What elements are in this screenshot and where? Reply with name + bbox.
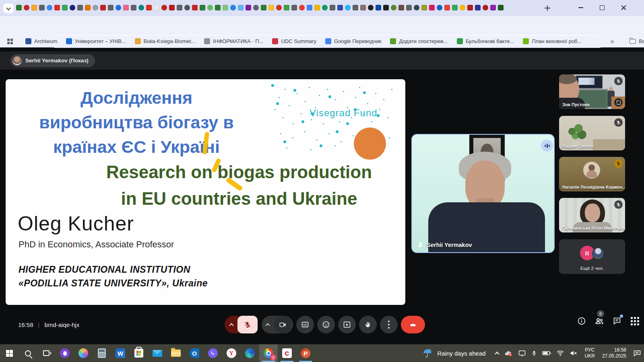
taskbar-edge-button[interactable] bbox=[241, 344, 259, 362]
present-button[interactable] bbox=[338, 316, 356, 333]
camera-options-button[interactable] bbox=[262, 322, 274, 327]
bookmark-item[interactable]: UDC Summary bbox=[272, 38, 316, 44]
tab-favicon[interactable] bbox=[444, 5, 450, 10]
tab-favicon[interactable] bbox=[131, 5, 136, 10]
bookmarks-overflow-button[interactable]: » bbox=[610, 38, 614, 45]
taskbar-word-button[interactable]: W bbox=[111, 344, 130, 362]
taskbar-calculator-button[interactable] bbox=[93, 344, 111, 362]
tab-favicon[interactable] bbox=[322, 5, 328, 10]
wifi-icon[interactable] bbox=[556, 350, 564, 356]
tab-favicon[interactable] bbox=[360, 5, 366, 10]
tab-favicon[interactable] bbox=[345, 5, 351, 10]
tray-expand-icon[interactable] bbox=[495, 352, 499, 356]
taskbar-search-button[interactable] bbox=[19, 344, 37, 362]
taskbar-outlook-button[interactable]: O bbox=[185, 344, 204, 362]
tab-favicon[interactable] bbox=[452, 5, 458, 10]
taskbar-viber-button[interactable] bbox=[204, 344, 222, 362]
tab-favicon[interactable] bbox=[169, 5, 175, 10]
tab-favicon[interactable] bbox=[116, 5, 121, 10]
meeting-details-button[interactable] bbox=[576, 316, 587, 326]
tab-favicon[interactable] bbox=[475, 5, 481, 10]
tab-favicon[interactable] bbox=[31, 5, 37, 10]
tab-favicon[interactable] bbox=[406, 5, 412, 10]
tab-favicon[interactable] bbox=[383, 5, 389, 10]
chat-panel-button[interactable] bbox=[612, 316, 622, 326]
bookmark-item[interactable]: План виховної роб... bbox=[523, 38, 582, 44]
task-view-button[interactable] bbox=[37, 344, 56, 362]
tab-favicon[interactable] bbox=[177, 5, 182, 10]
tab-favicon[interactable] bbox=[108, 5, 114, 10]
taskbar-powerpoint-button[interactable]: P bbox=[296, 344, 315, 362]
tab-favicon[interactable] bbox=[368, 5, 374, 10]
tray-mic-icon[interactable] bbox=[531, 350, 537, 357]
tab-favicon[interactable] bbox=[54, 5, 60, 10]
bookmark-item[interactable]: Google Переводчик bbox=[325, 38, 382, 44]
tab-favicon[interactable] bbox=[39, 5, 45, 10]
participant-tile[interactable]: Наталія Леонідівна Коржен... bbox=[559, 157, 625, 191]
tab-favicon[interactable] bbox=[490, 5, 496, 10]
crop-icon[interactable] bbox=[614, 98, 623, 107]
tab-search-button[interactable] bbox=[3, 4, 14, 13]
language-indicator[interactable]: РУС UKR bbox=[582, 347, 598, 359]
all-bookmarks-button[interactable]: Все закладки bbox=[630, 38, 644, 44]
raise-hand-button[interactable] bbox=[359, 316, 377, 333]
tab-favicon[interactable] bbox=[483, 5, 488, 10]
taskbar-clock[interactable]: 16:58 27.05.2025 bbox=[598, 347, 630, 359]
tab-favicon[interactable] bbox=[62, 5, 68, 10]
tab-favicon[interactable] bbox=[276, 5, 282, 10]
tab-favicon[interactable] bbox=[376, 5, 381, 10]
tab-favicon[interactable] bbox=[161, 5, 167, 10]
tab-favicon[interactable] bbox=[291, 5, 297, 10]
tab-favicon[interactable] bbox=[192, 5, 198, 10]
taskbar-explorer-button[interactable] bbox=[167, 344, 185, 362]
mic-muted-button[interactable] bbox=[237, 316, 258, 333]
tab-favicon[interactable] bbox=[215, 5, 221, 10]
taskbar-weather-widget[interactable]: Rainy days ahead bbox=[417, 344, 491, 362]
tab-favicon[interactable] bbox=[437, 5, 442, 10]
taskbar-store-button[interactable] bbox=[130, 344, 148, 362]
tab-favicon[interactable] bbox=[223, 5, 228, 10]
tab-favicon[interactable] bbox=[467, 5, 473, 10]
tab-favicon[interactable] bbox=[337, 5, 343, 10]
tab-favicon[interactable] bbox=[146, 5, 152, 10]
camera-button[interactable] bbox=[274, 316, 291, 333]
presenter-pill[interactable]: Serhii Yermakov (Показ) bbox=[10, 54, 95, 67]
new-tab-button[interactable] bbox=[542, 3, 553, 13]
tab-favicon[interactable] bbox=[123, 5, 129, 10]
tab-favicon[interactable] bbox=[70, 5, 75, 10]
bookmark-item[interactable]: Додати спостереж... bbox=[390, 38, 448, 44]
tab-favicon[interactable] bbox=[268, 5, 274, 10]
tab-favicon[interactable] bbox=[47, 5, 52, 10]
action-center-button[interactable] bbox=[630, 344, 644, 362]
participant-tile[interactable]: Зоя Пустова bbox=[559, 74, 625, 109]
tab-favicon[interactable] bbox=[421, 5, 427, 10]
window-close-button[interactable] bbox=[615, 0, 633, 15]
tab-favicon[interactable] bbox=[391, 5, 396, 10]
mic-button-group[interactable] bbox=[225, 316, 258, 333]
window-maximize-button[interactable] bbox=[593, 0, 611, 15]
tab-favicon[interactable] bbox=[353, 5, 358, 10]
self-video-tile[interactable]: Serhii Yermakov bbox=[411, 134, 555, 253]
participant-tile[interactable]: Гальчинська Юлія Миколаїв... bbox=[559, 198, 625, 232]
tab-favicon[interactable] bbox=[24, 5, 29, 10]
bookmark-item[interactable]: Університет – УНІВ... bbox=[66, 38, 126, 44]
camera-button-group[interactable] bbox=[262, 316, 293, 333]
cast-icon[interactable] bbox=[518, 350, 526, 357]
taskbar-mail-button[interactable] bbox=[148, 344, 167, 362]
tab-favicon[interactable] bbox=[184, 5, 190, 10]
battery-icon[interactable] bbox=[542, 350, 551, 356]
start-button[interactable] bbox=[0, 344, 19, 362]
taskbar-consultant-button[interactable]: C bbox=[278, 344, 296, 362]
more-participants-tile[interactable]: II Ещё 2 чел. bbox=[559, 239, 625, 274]
volume-muted-icon[interactable] bbox=[570, 350, 578, 356]
tab-favicon[interactable] bbox=[299, 5, 305, 10]
tab-favicon[interactable] bbox=[154, 5, 159, 10]
window-minimize-button[interactable] bbox=[572, 0, 590, 15]
onedrive-error-icon[interactable] bbox=[504, 350, 513, 357]
apps-grid-icon[interactable] bbox=[7, 39, 13, 44]
tab-favicon[interactable] bbox=[16, 5, 22, 10]
captions-button[interactable]: CC bbox=[296, 316, 314, 333]
tab-favicon[interactable] bbox=[253, 5, 259, 10]
people-panel-button[interactable]: 8 bbox=[594, 316, 605, 326]
tab-favicon[interactable] bbox=[414, 5, 419, 10]
